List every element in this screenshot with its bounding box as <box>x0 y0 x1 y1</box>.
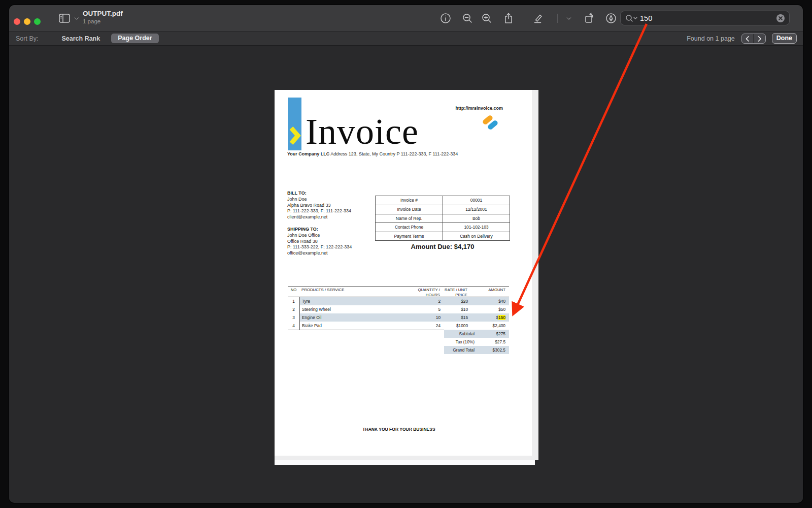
detail-value: 00001 <box>443 196 510 205</box>
next-result-button[interactable] <box>753 34 765 43</box>
item-qty: 10 <box>406 313 442 322</box>
invoice-details-table: Invoice # 00001 Invoice Date 12/12/2001 … <box>375 196 510 241</box>
company-address: Address 123, State, My Country P 111-222… <box>329 151 458 156</box>
item-no: 1 <box>288 297 299 305</box>
highlight-pen-icon[interactable] <box>532 12 544 24</box>
zoom-in-icon[interactable] <box>481 12 493 24</box>
shipping-to-line: office@example.net <box>287 250 352 257</box>
table-row: Name of Rep. Bob <box>376 214 510 223</box>
bill-to-block: BILL TO: John Doe Alpha Bravo Road 33 P:… <box>287 190 351 220</box>
invoice-logo-chevron-icon <box>289 126 301 146</box>
table-row: Invoice # 00001 <box>376 196 510 205</box>
close-button[interactable] <box>14 18 20 25</box>
document-title: OUTPUT.pdf <box>83 10 123 17</box>
shipping-to-heading: SHIPPING TO: <box>287 227 352 233</box>
toolbar-separator <box>557 14 558 23</box>
document-page-count: 1 page <box>83 18 123 24</box>
search-match-highlight: 150 <box>498 315 505 320</box>
item-amount: $2,400 <box>469 322 509 330</box>
item-product: Steering Wheel <box>300 305 406 313</box>
line-items-header: NO PRODUCTS / SERVICE QUANTITY /HOURS RA… <box>288 286 509 297</box>
clear-search-icon[interactable] <box>776 14 785 22</box>
table-row: Invoice Date 12/12/2001 <box>376 205 510 213</box>
item-rate: $15 <box>442 313 469 322</box>
item-no: 3 <box>288 313 299 322</box>
table-row: Contact Phone 101-102-103 <box>376 223 510 231</box>
search-input[interactable]: 150 <box>620 11 790 25</box>
detail-label: Invoice # <box>376 196 443 205</box>
amount-due: Amount Due: $4,170 <box>375 243 510 250</box>
item-product: Brake Pad <box>300 322 406 330</box>
document-title-block: OUTPUT.pdf 1 page <box>83 10 123 24</box>
total-value: $275 <box>476 330 509 338</box>
shipping-to-line: P: 111-333-222, F: 122-222-334 <box>287 244 352 250</box>
sidebar-icon[interactable] <box>58 12 71 24</box>
shipping-to-block: SHIPPING TO: John Doe Office Office Road… <box>287 227 352 257</box>
item-no: 4 <box>288 322 299 330</box>
previous-result-button[interactable] <box>742 34 754 43</box>
sort-by-label: Sort By: <box>16 35 38 42</box>
total-value: $27.5 <box>476 338 509 346</box>
item-rate: $10 <box>442 305 469 313</box>
zoom-out-icon[interactable] <box>461 12 473 24</box>
line-items-table: NO PRODUCTS / SERVICE QUANTITY /HOURS RA… <box>288 286 509 330</box>
sidebar-chevron-down-icon[interactable] <box>73 12 80 24</box>
detail-value: 12/12/2001 <box>443 205 510 213</box>
total-label: Grand Total <box>444 346 476 354</box>
document-view: Invoice http://mrsinvoice.com Your Compa… <box>9 46 803 502</box>
grand-total-row: Grand Total $302.5 <box>444 346 509 354</box>
item-no: 2 <box>288 305 299 313</box>
totals-table: Subtotal $275 Tax (10%) $27.5 Grand Tota… <box>444 330 509 354</box>
minimize-button[interactable] <box>24 18 30 25</box>
share-icon[interactable] <box>502 12 515 24</box>
table-row: Payment Terms Cash on Delivery <box>376 232 510 240</box>
detail-value: 101-102-103 <box>443 223 510 231</box>
table-row: 1 Tyre 2 $20 $40 <box>288 297 509 305</box>
col-header-no: NO <box>288 288 299 297</box>
detail-value: Bob <box>443 214 510 223</box>
company-name: Your Company LLC <box>287 151 329 156</box>
search-result-status: Found on 1 page <box>687 35 735 42</box>
tax-row: Tax (10%) $27.5 <box>444 338 509 346</box>
done-button[interactable]: Done <box>772 33 797 44</box>
shipping-to-line: John Doe Office <box>287 233 352 239</box>
item-amount: $40 <box>469 297 509 305</box>
total-label: Subtotal <box>444 330 476 338</box>
table-row: 4 Brake Pad 24 $1000 $2,400 <box>288 322 509 330</box>
item-rate: $20 <box>442 297 469 305</box>
company-logo-icon <box>480 114 500 131</box>
item-amount: $50 <box>469 305 509 313</box>
item-rate: $1000 <box>442 322 469 330</box>
sort-search-rank-option[interactable]: Search Rank <box>61 35 100 42</box>
col-header-rate: RATE / UNITPRICE <box>442 288 469 297</box>
title-bar: OUTPUT.pdf 1 page <box>9 5 803 31</box>
item-qty: 2 <box>406 297 442 305</box>
total-value: $302.5 <box>476 346 509 354</box>
table-row: 3 Engine Oil 10 $15 $150 <box>288 313 509 322</box>
search-query-text: 150 <box>640 14 776 22</box>
bill-to-line: client@example.net <box>287 214 351 220</box>
company-info-line: Your Company LLC Address 123, State, My … <box>287 151 458 156</box>
shipping-to-line: Office Road 38 <box>287 239 352 245</box>
markup-chevron-down-icon[interactable] <box>565 12 572 24</box>
total-label: Tax (10%) <box>444 338 476 346</box>
page-bottom-edge <box>275 460 535 465</box>
item-amount-highlighted: $150 <box>469 313 509 322</box>
markup-icon[interactable] <box>605 12 617 24</box>
invoice-website-url: http://mrsinvoice.com <box>455 106 503 111</box>
invoice-title: Invoice <box>306 113 419 150</box>
rotate-icon[interactable] <box>584 12 596 24</box>
zoom-window-button[interactable] <box>34 18 41 25</box>
bill-to-line: P: 111-222-333, F: 111-222-334 <box>287 208 351 214</box>
col-header-quantity: QUANTITY /HOURS <box>405 288 442 297</box>
sort-page-order-option[interactable]: Page Order <box>111 34 158 43</box>
search-icon <box>625 14 638 23</box>
detail-value: Cash on Delivery <box>443 232 510 240</box>
col-header-amount: AMOUNT <box>469 288 509 297</box>
info-icon[interactable] <box>439 12 452 24</box>
item-product: Engine Oil <box>300 313 406 322</box>
table-row: 2 Steering Wheel 5 $10 $50 <box>288 305 509 313</box>
item-product: Tyre <box>300 297 406 305</box>
preview-window: OUTPUT.pdf 1 page <box>9 5 803 503</box>
bill-to-heading: BILL TO: <box>287 190 351 197</box>
